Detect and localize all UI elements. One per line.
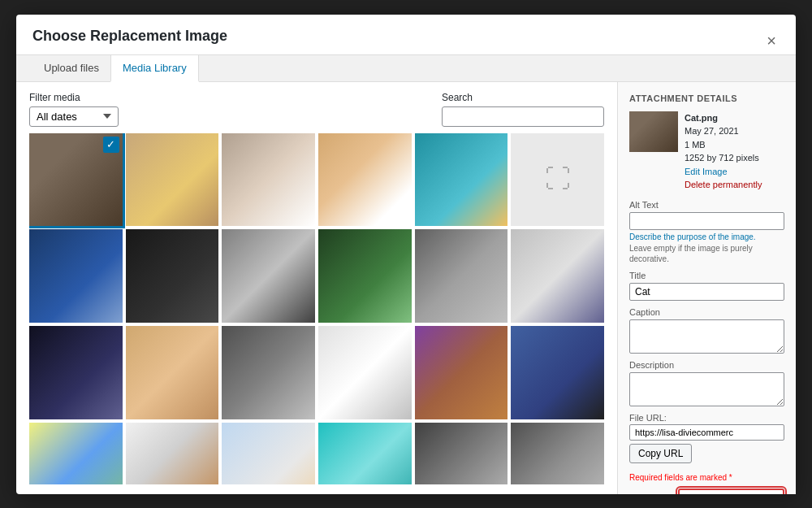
modal: Choose Replacement Image × Upload files … <box>16 15 796 494</box>
tab-media-library[interactable]: Media Library <box>110 54 199 82</box>
grid-item[interactable] <box>29 326 123 419</box>
search-label: Search <box>442 92 604 103</box>
grid-item[interactable]: ✓ <box>29 133 123 227</box>
alt-text-label: Alt Text <box>629 200 784 210</box>
grid-item[interactable] <box>29 423 123 484</box>
modal-body: Filter media All dates 2021 2020 Search <box>16 82 796 494</box>
alt-text-hint-link[interactable]: Describe the purpose of the image. <box>629 232 784 242</box>
replace-image-button[interactable]: Replace Image <box>678 488 784 494</box>
check-mark: ✓ <box>103 137 119 153</box>
grid-item[interactable] <box>415 423 508 484</box>
placeholder-icon: ⛶ <box>511 133 604 227</box>
grid-item[interactable] <box>318 423 412 484</box>
alt-text-hint-rest: Leave empty if the image is purely decor… <box>629 243 784 264</box>
thumbnail <box>629 111 678 152</box>
modal-title: Choose Replacement Image <box>32 28 227 54</box>
filter-label: Filter media <box>29 92 119 103</box>
description-textarea[interactable] <box>629 372 784 406</box>
filter-group: Filter media All dates 2021 2020 <box>29 92 119 127</box>
grid-item[interactable] <box>126 423 219 484</box>
copy-url-button[interactable]: Copy URL <box>629 444 692 463</box>
sidebar-title: ATTACHMENT DETAILS <box>629 93 784 103</box>
grid-item[interactable] <box>222 229 315 323</box>
delete-permanently-link[interactable]: Delete permanently <box>685 180 762 189</box>
close-button[interactable]: × <box>763 33 780 49</box>
grid-item[interactable] <box>511 423 604 484</box>
title-field: Title <box>629 271 784 301</box>
attachment-date: May 27, 2021 <box>685 124 762 138</box>
description-field: Description <box>629 360 784 406</box>
grid-item[interactable] <box>222 423 315 484</box>
grid-item[interactable] <box>318 133 412 227</box>
title-input[interactable] <box>629 283 784 301</box>
grid-item-placeholder[interactable]: ⛶ <box>511 133 604 227</box>
alt-text-input[interactable] <box>629 212 784 230</box>
search-input[interactable] <box>442 106 604 127</box>
grid-item[interactable] <box>126 133 219 227</box>
search-group: Search <box>442 92 604 127</box>
grid-item[interactable] <box>126 229 219 323</box>
replace-btn-row: Replace Image <box>629 488 784 494</box>
caption-field: Caption <box>629 307 784 354</box>
grid-item[interactable] <box>29 229 123 323</box>
grid-item[interactable] <box>318 229 412 323</box>
grid-item[interactable] <box>415 229 508 323</box>
grid-item[interactable] <box>222 326 315 419</box>
title-label: Title <box>629 271 784 280</box>
grid-item[interactable] <box>415 133 508 227</box>
modal-header: Choose Replacement Image × <box>16 15 796 55</box>
grid-item[interactable] <box>511 326 604 419</box>
media-area: Filter media All dates 2021 2020 Search <box>16 82 617 494</box>
file-url-label: File URL: <box>629 413 784 423</box>
required-note: Required fields are marked * <box>629 473 784 482</box>
grid-item[interactable] <box>222 133 315 227</box>
edit-image-link[interactable]: Edit Image <box>685 167 728 176</box>
file-url-field: File URL: Copy URL <box>629 413 784 463</box>
image-grid: ✓ ⛶ <box>29 133 604 484</box>
grid-item[interactable] <box>415 326 508 419</box>
grid-scroll: ✓ ⛶ <box>29 133 604 484</box>
grid-item[interactable] <box>511 229 604 323</box>
filter-row: Filter media All dates 2021 2020 Search <box>29 92 604 127</box>
grid-item[interactable] <box>126 326 219 419</box>
thumb-row: Cat.png May 27, 2021 1 MB 1252 by 712 pi… <box>629 111 784 192</box>
tab-upload[interactable]: Upload files <box>32 55 110 82</box>
modal-overlay: Choose Replacement Image × Upload files … <box>0 0 812 508</box>
alt-text-field: Alt Text Describe the purpose of the ima… <box>629 200 784 264</box>
filter-select[interactable]: All dates 2021 2020 <box>29 106 119 127</box>
attachment-sidebar: ATTACHMENT DETAILS Cat.png May 27, 2021 … <box>617 82 796 494</box>
grid-item[interactable] <box>318 326 412 419</box>
attachment-dimensions: 1252 by 712 pixels <box>685 151 762 165</box>
caption-textarea[interactable] <box>629 319 784 354</box>
thumb-info: Cat.png May 27, 2021 1 MB 1252 by 712 pi… <box>685 111 762 192</box>
sidebar-fields: Alt Text Describe the purpose of the ima… <box>629 200 784 488</box>
attachment-filename: Cat.png <box>685 111 762 125</box>
attachment-size: 1 MB <box>685 138 762 152</box>
description-label: Description <box>629 360 784 370</box>
tab-bar: Upload files Media Library <box>16 55 796 82</box>
file-url-input[interactable] <box>629 424 784 441</box>
caption-label: Caption <box>629 307 784 317</box>
